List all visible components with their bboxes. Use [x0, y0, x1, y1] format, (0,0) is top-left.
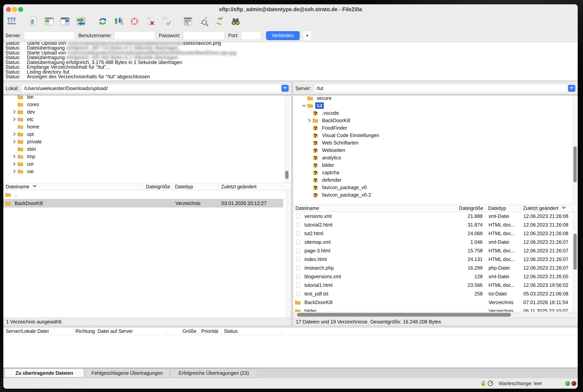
file-row-..[interactable]: ..	[3, 190, 283, 199]
tree-item-secure[interactable]: secure	[293, 95, 578, 102]
local-path-dropdown-button[interactable]	[281, 85, 289, 92]
directory-comparison-button[interactable]	[214, 16, 225, 27]
quickconnect-dropdown-button[interactable]: ▾	[303, 31, 312, 40]
chevron-right-icon[interactable]	[307, 118, 312, 123]
local-tree-toggle-button[interactable]	[44, 16, 55, 27]
server-input[interactable]	[24, 32, 75, 40]
file-row-imsearch.php[interactable]: imsearch.php16.299php-Datei12.06.2023 21…	[293, 264, 572, 272]
column-header-dateityp[interactable]: Dateityp	[173, 183, 219, 190]
column-header-dateiname[interactable]: Dateiname	[293, 204, 457, 212]
tree-item-opt[interactable]: opt	[3, 130, 291, 138]
tree-item-defender[interactable]: ?defender	[293, 176, 578, 184]
tree-item-usr[interactable]: usr	[3, 160, 291, 168]
tab-zu-bertragende-dateien[interactable]: Zu übertragende Dateien	[5, 369, 84, 377]
chevron-right-icon[interactable]	[11, 131, 17, 137]
queue-column-header-richtung[interactable]: Richtung	[73, 328, 95, 335]
local-list-scrollbar[interactable]	[286, 190, 291, 318]
password-input[interactable]	[183, 32, 224, 40]
remote-horizontal-scrollbar[interactable]	[293, 312, 578, 318]
connect-button[interactable]: Verbinden	[266, 31, 300, 40]
file-row-versions.xml[interactable]: versions.xml21.888xml-Datei12.06.2023 21…	[293, 212, 572, 220]
tree-item-cores[interactable]: cores	[3, 101, 291, 108]
file-row-tutorial2.html[interactable]: tutorial2.html31.874HTML doc...12.06.202…	[293, 220, 572, 229]
directory-filter-button[interactable]	[182, 16, 193, 27]
chevron-right-icon[interactable]	[11, 168, 17, 174]
tree-item-bilder[interactable]: ?bilder	[293, 161, 578, 169]
column-header-zuletzt-ge-ndert[interactable]: Zuletzt geändert	[219, 183, 283, 190]
tree-item-favicon_package_v0-2[interactable]: ?favicon_package_v0-2	[293, 191, 578, 198]
tree-item-FoodFinder[interactable]: ?FoodFinder	[293, 124, 578, 132]
title-bar[interactable]: sftp://sftp_admin@datentype.de@ssh.strat…	[3, 4, 578, 14]
tree-item-home[interactable]: home	[3, 123, 291, 130]
local-path-input[interactable]: /Users/uwekuester/Downloads/upload/	[22, 84, 289, 92]
tree-item-private[interactable]: private	[3, 138, 291, 145]
tree-item-var[interactable]: var	[3, 168, 291, 175]
panel-splitter[interactable]	[291, 82, 293, 326]
tab-erfolgreiche-bertragungen-23-[interactable]: Erfolgreiche Übertragungen (23)	[170, 369, 257, 377]
remote-horizontal-scrollbar-thumb[interactable]	[297, 313, 511, 316]
tree-item-tut[interactable]: tut	[293, 102, 578, 109]
synchronized-browsing-button[interactable]	[230, 16, 241, 27]
chevron-down-icon[interactable]	[301, 102, 307, 108]
tree-item-captcha[interactable]: ?captcha	[293, 169, 578, 176]
tree-item-favicon_package_v0[interactable]: ?favicon_package_v0	[293, 184, 578, 191]
remote-list-scrollbar-thumb[interactable]	[573, 234, 577, 270]
speedometer-icon[interactable]	[487, 378, 493, 389]
queue-column-header-server-lokale-datei[interactable]: Server/Lokale Datei	[3, 328, 73, 335]
remote-list-scrollbar[interactable]	[572, 212, 578, 312]
file-row-blogversions.xml[interactable]: blogversions.xml128xml-Datei12.06.2023 2…	[293, 272, 572, 281]
file-row-page-3.html[interactable]: page-3.html15.758HTML doc...12.06.2023 2…	[293, 246, 572, 255]
reconnect-button[interactable]	[161, 16, 172, 27]
tree-item-Visual Code Einstellungen[interactable]: ?Visual Code Einstellungen	[293, 132, 578, 139]
tree-item-Webseiten[interactable]: ?Webseiten	[293, 146, 578, 154]
column-header-dateigr-e[interactable]: Dateigröße	[457, 204, 486, 212]
log-splitter[interactable]	[3, 80, 578, 82]
chevron-right-icon[interactable]	[11, 154, 17, 160]
column-header-dateiname[interactable]: Dateiname	[3, 183, 142, 190]
file-row-tutorial1.html[interactable]: tutorial1.html23.566HTML doc...12.06.202…	[293, 281, 572, 290]
tree-item-etc[interactable]: etc	[3, 116, 291, 123]
queue-column-header-priorit-t[interactable]: Priorität	[199, 328, 221, 335]
tree-item-dev[interactable]: dev	[3, 108, 291, 116]
local-tree-scrollbar[interactable]	[284, 95, 289, 183]
remote-tree-scrollbar[interactable]	[572, 95, 578, 205]
process-queue-button[interactable]	[113, 16, 124, 27]
file-row-bilder[interactable]: bilderVerzeichnis06.11.2025 22:10:07	[293, 307, 572, 312]
remote-path-dropdown-button[interactable]	[568, 85, 575, 92]
chevron-right-icon[interactable]	[11, 116, 17, 122]
message-log-toggle-button[interactable]	[28, 16, 39, 27]
remote-tree-toggle-button[interactable]	[60, 16, 71, 27]
tree-item-tmp[interactable]: tmp	[3, 153, 291, 160]
file-search-button[interactable]	[198, 16, 209, 27]
tree-item-analytics[interactable]: ?analytics	[293, 154, 578, 161]
tree-item-.vscode[interactable]: ?.vscode	[293, 109, 578, 117]
column-header-zuletzt-ge-ndert[interactable]: Zuletzt geändert	[521, 204, 572, 212]
port-input[interactable]	[241, 32, 261, 40]
remote-path-input[interactable]: /tut	[314, 84, 576, 92]
tree-item-Web Schriftarten[interactable]: ?Web Schriftarten	[293, 139, 578, 146]
queue-column-header-datei-auf-server[interactable]: Datei auf Server	[95, 328, 167, 335]
site-manager-button[interactable]	[6, 16, 17, 27]
file-row-index.html[interactable]: index.html24.131HTML doc...12.06.2023 21…	[293, 255, 572, 264]
file-row-tut2.html[interactable]: tut2.html24.068HTML doc...12.06.2023 21:…	[293, 229, 572, 238]
refresh-button[interactable]	[97, 16, 108, 27]
column-header-dateityp[interactable]: Dateityp	[486, 204, 521, 212]
remote-tree-scrollbar-thumb[interactable]	[573, 146, 577, 182]
local-tree-scrollbar-thumb[interactable]	[285, 171, 288, 179]
column-header-dateigr-e[interactable]: Dateigröße	[142, 183, 173, 190]
chevron-right-icon[interactable]	[11, 161, 17, 167]
disconnect-button[interactable]	[145, 16, 156, 27]
file-row-BackDoorKill[interactable]: BackDoorKillVerzeichnis03.01.2026 20:12:…	[3, 199, 283, 208]
queue-column-header-status[interactable]: Status	[221, 328, 281, 335]
file-row-text_pdf.txt[interactable]: text_pdf.txt258txt-Datei05.03.2023 21:06…	[293, 290, 572, 298]
tree-item-bin[interactable]: bin	[3, 95, 291, 101]
cancel-transfer-button[interactable]	[129, 16, 140, 27]
username-input[interactable]	[114, 32, 155, 40]
chevron-right-icon[interactable]	[11, 139, 17, 144]
queue-column-header-gr-e[interactable]: Größe	[167, 328, 199, 335]
chevron-right-icon[interactable]	[11, 109, 17, 115]
tree-item-BackDoorKill[interactable]: BackDoorKill	[293, 117, 578, 124]
tree-item-sbin[interactable]: sbin	[3, 145, 291, 153]
file-row-BackDoorKill[interactable]: BackDoorKillVerzeichnis07.01.2026 18:11:…	[293, 298, 572, 307]
file-row-sitemap.xml[interactable]: sitemap.xml1.046xml-Datei12.06.2023 21:2…	[293, 238, 572, 246]
